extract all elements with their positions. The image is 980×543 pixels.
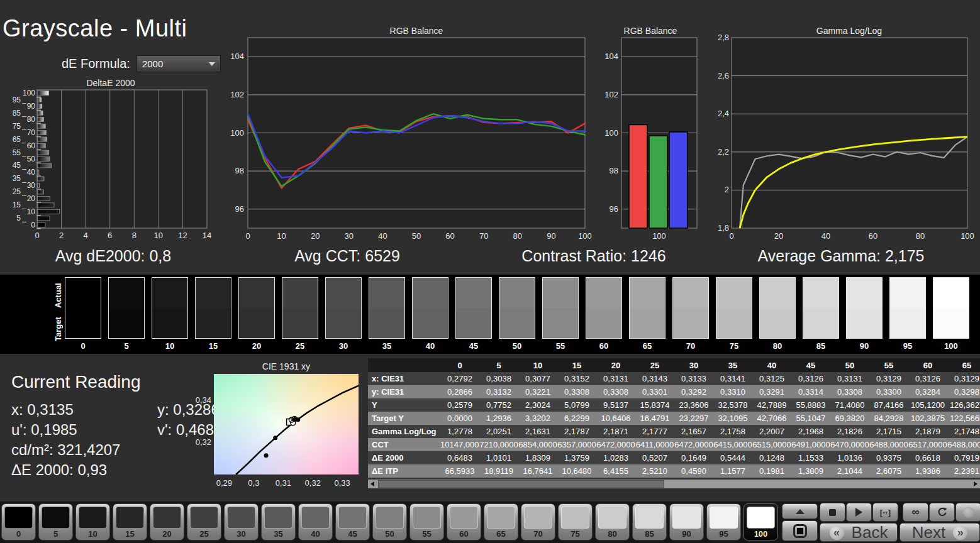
strip-swatch-0: 0: [65, 277, 101, 351]
swatch-65: [629, 277, 665, 339]
actual-swatch: [847, 278, 882, 308]
table-column-header: 20: [596, 358, 635, 372]
axis-tick-label: 2,6: [718, 71, 729, 80]
table-cell: 15,8374: [635, 398, 674, 412]
pattern-button-0[interactable]: 0: [1, 503, 36, 540]
strip-swatch-70: 70: [672, 277, 709, 351]
pattern-button-label: 100: [754, 529, 768, 539]
target-swatch: [586, 308, 621, 338]
table-cell: 32,1095: [713, 412, 752, 425]
pattern-button-75[interactable]: 75: [558, 503, 593, 540]
de-formula-dropdown[interactable]: 2000: [136, 55, 221, 72]
pattern-button-45[interactable]: 45: [335, 503, 370, 540]
table-cell: 0,1248: [752, 451, 791, 464]
scrollbar-thumb[interactable]: [378, 480, 664, 488]
table-cell: 0,3132: [479, 385, 518, 398]
table-cell: 16,7641: [518, 464, 557, 478]
strip-swatch-60: 60: [586, 277, 622, 351]
stop-button[interactable]: [820, 503, 845, 522]
table-cell: 0,3308: [557, 385, 596, 398]
table-cell: 6472,0000: [596, 438, 635, 451]
fullfield-pattern-button[interactable]: [782, 520, 818, 541]
strip-swatch-5: 5: [108, 277, 145, 351]
table-scrollbar[interactable]: [368, 480, 980, 488]
pattern-button-label: 40: [311, 529, 320, 539]
axis-tick-label: RGB Balance: [624, 26, 677, 36]
table-cell: 1,9386: [908, 464, 947, 478]
axis-tick-label: 100: [604, 128, 618, 138]
actual-swatch: [586, 278, 621, 308]
deltae-bar: [38, 118, 44, 122]
axis-tick-label: 0,33: [335, 478, 350, 488]
pattern-button-100[interactable]: 100: [743, 503, 778, 540]
pattern-button-25[interactable]: 25: [187, 503, 221, 540]
play-button[interactable]: [846, 503, 872, 522]
swatch-70: [672, 277, 709, 339]
pattern-button-95[interactable]: 95: [706, 503, 741, 540]
bottom-pattern-bar: 0510152025303540455055606570758085909510…: [0, 502, 980, 543]
table-cell: 2,5210: [635, 464, 674, 478]
strip-swatch-85: 85: [803, 277, 839, 351]
pattern-button-70[interactable]: 70: [521, 503, 555, 540]
swatch-40: [412, 277, 448, 339]
table-cell: 6488,0000: [947, 438, 980, 451]
interval-button[interactable]: [··]: [872, 503, 898, 522]
pattern-button-35[interactable]: 35: [261, 503, 296, 540]
refresh-button[interactable]: [929, 503, 955, 522]
axis-tick-label: 80: [513, 231, 522, 241]
scroll-right-icon[interactable]: [971, 480, 980, 488]
table-cell: 16,4791: [635, 412, 674, 425]
infinity-button[interactable]: ∞: [903, 503, 928, 522]
pattern-button-85[interactable]: 85: [632, 503, 667, 540]
pattern-button-60[interactable]: 60: [447, 503, 481, 540]
axis-tick-label: 0,3: [248, 478, 259, 488]
target-swatch: [716, 308, 752, 338]
target-swatch: [196, 308, 231, 338]
pattern-swatch: [450, 507, 478, 529]
rgb-line-chart-svg: RGB Balance96981001021040102030405060708…: [220, 23, 594, 243]
pattern-button-10[interactable]: 10: [75, 503, 110, 540]
scroll-left-icon[interactable]: [368, 480, 377, 488]
back-button[interactable]: « Back: [820, 523, 898, 542]
actual-swatch: [369, 278, 404, 308]
pattern-button-20[interactable]: 20: [150, 503, 184, 540]
axis-tick-label: 50: [27, 155, 36, 163]
target-swatch: [65, 308, 101, 338]
measurement-data-table: 05101520253035404550556065x: CIE310,2792…: [368, 358, 980, 478]
de-formula-value: 2000: [142, 58, 163, 69]
table-column-header: 50: [830, 358, 869, 372]
next-button[interactable]: Next »: [899, 523, 980, 542]
axis-tick-label: 4: [84, 231, 88, 240]
next-button-label: Next: [912, 523, 945, 542]
pattern-button-40[interactable]: 40: [298, 503, 333, 540]
swatch-35: [369, 277, 405, 339]
axis-tick-label: CIE 1931 xy: [262, 362, 310, 371]
pattern-button-5[interactable]: 5: [38, 503, 73, 540]
pattern-button-80[interactable]: 80: [595, 503, 630, 540]
pattern-button-label: 85: [645, 529, 654, 539]
table-column-header: 0: [440, 358, 479, 372]
pattern-button-30[interactable]: 30: [224, 503, 259, 540]
pattern-button-65[interactable]: 65: [484, 503, 518, 540]
stat-avg-cct: Avg CCT: 6529: [294, 247, 400, 265]
record-button[interactable]: [955, 503, 980, 522]
table-column-header: 30: [674, 358, 713, 372]
pattern-button-50[interactable]: 50: [372, 503, 407, 540]
table-cell: 2,1748: [947, 425, 980, 438]
expand-up-button[interactable]: [782, 503, 818, 519]
pattern-button-55[interactable]: 55: [409, 503, 444, 540]
table-row: y: CIE310,28660,31320,32210,33080,33080,…: [368, 385, 980, 398]
pattern-button-15[interactable]: 15: [113, 503, 147, 540]
table-cell: 55,1047: [791, 412, 830, 425]
table-cell: 0,3077: [518, 372, 557, 385]
table-cell: 126,3627: [947, 398, 980, 412]
axis-tick-label: 100: [961, 231, 974, 241]
table-cell: 0,4590: [674, 464, 713, 478]
table-row: Gamma Log/Log1,27782,02512,16312,17872,1…: [368, 425, 980, 438]
table-cell: 2,1657: [674, 425, 713, 438]
target-swatch: [803, 308, 838, 338]
table-cell: 0,9375: [869, 451, 908, 464]
axis-tick-label: 102: [230, 90, 244, 99]
pattern-button-label: 5: [53, 529, 58, 539]
pattern-button-90[interactable]: 90: [669, 503, 704, 540]
